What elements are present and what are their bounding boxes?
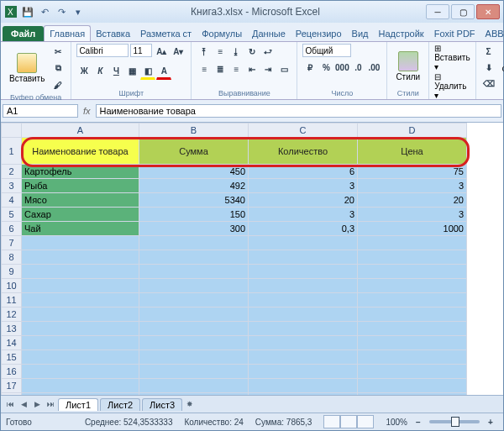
col-header[interactable]: D [358,124,467,138]
empty-cell[interactable] [249,350,358,365]
header-cell[interactable]: Наименование товара [22,138,139,165]
tab-foxit[interactable]: Foxit PDF [429,26,480,41]
empty-cell[interactable] [249,236,358,250]
font-size-input[interactable] [130,44,152,57]
formula-input[interactable] [96,104,501,118]
empty-cell[interactable] [358,336,467,350]
header-cell[interactable]: Цена [358,138,467,165]
close-button[interactable]: ✕ [476,4,500,19]
cells-insert-button[interactable]: ⊞ Вставить ▾ [434,44,470,71]
font-color-icon[interactable]: A [156,63,171,80]
cut-icon[interactable]: ✂ [50,44,66,59]
autosum-icon[interactable]: Σ [481,44,496,59]
empty-cell[interactable] [358,393,467,396]
empty-cell[interactable] [22,265,139,279]
header-cell[interactable]: Количество [249,138,358,165]
paste-button[interactable]: Вставить [6,51,48,85]
comma-icon[interactable]: 000 [334,60,349,75]
row-header[interactable]: 9 [2,265,22,279]
italic-button[interactable]: К [92,63,108,78]
wrap-icon[interactable]: ⮐ [260,44,276,59]
empty-cell[interactable] [22,307,139,322]
font-name-input[interactable] [76,44,129,57]
maximize-button[interactable]: ▢ [451,4,475,19]
data-cell[interactable]: Мясо [22,193,139,208]
align-top-icon[interactable]: ⭱ [197,44,212,59]
tab-file[interactable]: Файл [3,26,44,41]
clear-icon[interactable]: ⌫ [481,76,496,91]
data-cell[interactable]: 6 [249,165,358,179]
row-header[interactable]: 14 [2,336,22,350]
tab-nav-first-icon[interactable]: ⏮ [4,398,16,410]
empty-cell[interactable] [139,336,249,350]
tab-layout[interactable]: Разметка ст [135,26,197,41]
data-cell[interactable]: 492 [139,179,249,193]
data-cell[interactable]: 5340 [139,193,249,208]
tab-nav-last-icon[interactable]: ⏭ [45,398,56,410]
view-pagebreak-button[interactable] [357,415,374,428]
tab-home[interactable]: Главная [44,25,91,41]
tab-nav-next-icon[interactable]: ▶ [31,398,43,410]
empty-cell[interactable] [22,379,139,393]
zoom-slider[interactable] [429,420,480,423]
sheet-tab-1[interactable]: Лист1 [58,398,98,411]
row-header[interactable]: 4 [2,193,22,208]
data-cell[interactable]: Сахар [22,208,139,222]
row-header[interactable]: 2 [2,165,22,179]
spreadsheet[interactable]: ABCD1Наименование товараСуммаКоличествоЦ… [1,123,467,395]
empty-cell[interactable] [22,322,139,336]
data-cell[interactable]: 3 [358,208,467,222]
tab-view[interactable]: Вид [347,26,374,41]
row-header[interactable]: 10 [2,279,22,293]
align-bot-icon[interactable]: ⭳ [228,44,244,59]
row-header[interactable]: 1 [2,138,22,165]
select-all-corner[interactable] [2,124,22,138]
empty-cell[interactable] [358,365,467,379]
row-header[interactable]: 8 [2,250,22,265]
styles-button[interactable]: Стили [392,50,423,83]
empty-cell[interactable] [22,365,139,379]
data-cell[interactable]: 20 [358,193,467,208]
indent-inc-icon[interactable]: ⇥ [260,61,276,76]
empty-cell[interactable] [22,293,139,307]
cells-delete-button[interactable]: ⊟ Удалить ▾ [434,72,470,100]
empty-cell[interactable] [22,250,139,265]
tab-nav-prev-icon[interactable]: ◀ [18,398,29,410]
data-cell[interactable]: 450 [139,165,249,179]
data-cell[interactable]: Чай [22,222,139,236]
borders-icon[interactable]: ▦ [124,63,139,78]
empty-cell[interactable] [249,293,358,307]
row-header[interactable]: 15 [2,350,22,365]
data-cell[interactable]: 75 [358,165,467,179]
empty-cell[interactable] [249,336,358,350]
underline-button[interactable]: Ч [108,63,123,78]
empty-cell[interactable] [139,265,249,279]
data-cell[interactable]: 20 [249,193,358,208]
format-painter-icon[interactable]: 🖌 [50,77,66,92]
sheet-tab-3[interactable]: Лист3 [142,398,182,411]
orientation-icon[interactable]: ↻ [244,44,260,59]
empty-cell[interactable] [139,365,249,379]
empty-cell[interactable] [139,250,249,265]
empty-cell[interactable] [249,265,358,279]
data-cell[interactable]: 3 [249,208,358,222]
data-cell[interactable]: 300 [139,222,249,236]
data-cell[interactable]: 3 [358,179,467,193]
bold-button[interactable]: Ж [76,63,92,78]
view-layout-button[interactable] [340,415,357,428]
shrink-font-icon[interactable]: A▾ [171,44,186,59]
fx-icon[interactable]: fx [78,106,96,116]
empty-cell[interactable] [358,236,467,250]
data-cell[interactable]: Картофель [22,165,139,179]
empty-cell[interactable] [22,236,139,250]
fill-icon[interactable]: ⬇ [481,60,496,75]
save-icon[interactable]: 💾 [21,5,34,18]
sheet-tab-2[interactable]: Лист2 [100,398,140,411]
empty-cell[interactable] [249,279,358,293]
data-cell[interactable]: 0,3 [249,222,358,236]
empty-cell[interactable] [358,350,467,365]
empty-cell[interactable] [249,250,358,265]
empty-cell[interactable] [249,365,358,379]
empty-cell[interactable] [358,293,467,307]
row-header[interactable]: 16 [2,365,22,379]
